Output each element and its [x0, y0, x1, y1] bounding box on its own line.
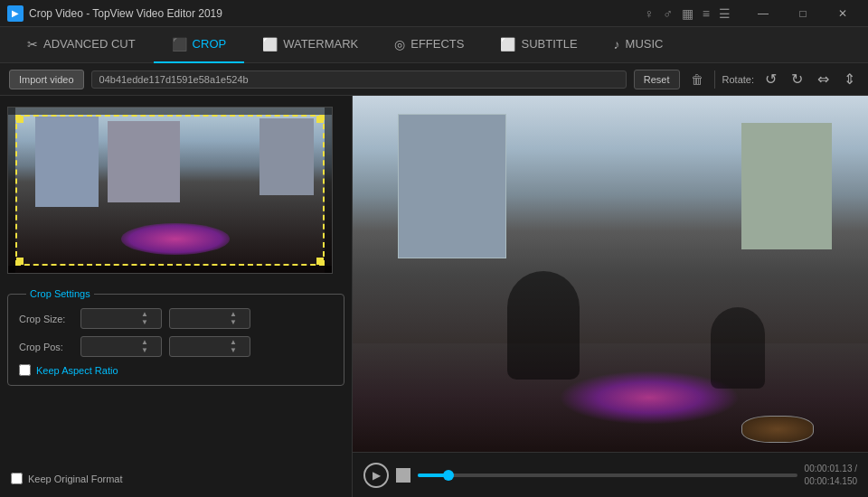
crop-pos-x-down[interactable]: ▼	[141, 347, 148, 354]
crop-outer-right	[325, 108, 332, 273]
building-right	[741, 123, 832, 249]
keep-aspect-ratio-text: Keep Aspect Ratio	[36, 365, 118, 376]
titlebar: ▶ Crop Video - TopView Video Editor 2019…	[0, 0, 868, 27]
progress-thumb[interactable]	[443, 470, 454, 481]
main-area: Crop Settings Crop Size: 1920 ▲ ▼ 1080 ▲…	[0, 96, 868, 497]
toolbar-divider	[714, 70, 715, 89]
rotate-label: Rotate:	[722, 74, 754, 85]
crop-size-w-input-wrap: 1920 ▲ ▼	[80, 308, 162, 329]
crop-outer-top	[8, 108, 332, 115]
person-silhouette	[507, 271, 580, 380]
keep-aspect-ratio-label[interactable]: Keep Aspect Ratio	[19, 364, 333, 376]
total-time: 00:00:14.150	[805, 475, 857, 488]
crop-pos-row: Crop Pos: 0 ▲ ▼ 0 ▲ ▼	[19, 336, 333, 357]
crop-pos-label: Crop Pos:	[19, 342, 73, 352]
play-button[interactable]: ▶	[363, 463, 389, 488]
watermark-icon: ⬜	[262, 37, 278, 52]
stop-button[interactable]	[396, 468, 410, 483]
icon-menu1[interactable]: ≡	[703, 6, 710, 21]
crop-pos-x-input[interactable]: 0	[87, 342, 141, 352]
crop-size-h-down[interactable]: ▼	[230, 319, 237, 326]
crop-pos-x-spinner[interactable]: ▲ ▼	[141, 339, 148, 354]
delete-icon[interactable]: 🗑	[687, 69, 707, 90]
keep-original-format-checkbox[interactable]	[11, 473, 23, 484]
crop-pos-y-up[interactable]: ▲	[230, 339, 237, 346]
crop-pos-y-input[interactable]: 0	[175, 342, 230, 352]
nav-tabs: ✂ ADVANCED CUT ⬛ CROP ⬜ WATERMARK ◎ EFFE…	[0, 27, 868, 63]
tab-advanced-cut[interactable]: ✂ ADVANCED CUT	[9, 27, 154, 63]
crop-size-w-input[interactable]: 1920	[87, 314, 141, 324]
progress-bar[interactable]	[418, 474, 797, 477]
crop-size-h-input-wrap: 1080 ▲ ▼	[169, 308, 250, 329]
crop-preview[interactable]	[7, 107, 333, 274]
crop-size-w-up[interactable]: ▲	[141, 311, 148, 318]
reset-button[interactable]: Reset	[634, 70, 680, 89]
icon-menu2[interactable]: ☰	[719, 6, 731, 21]
tab-crop-label: CROP	[193, 37, 227, 51]
toolbar: Import video 04b41edde117d1591e58a1e524b…	[0, 63, 868, 96]
advanced-cut-icon: ✂	[27, 37, 38, 52]
icon-female[interactable]: ♀	[645, 6, 655, 21]
crop-size-w-spinner[interactable]: ▲ ▼	[141, 311, 148, 326]
left-panel: Crop Settings Crop Size: 1920 ▲ ▼ 1080 ▲…	[0, 96, 353, 497]
video-controls: ▶ 00:00:01.13 / 00:00:14.150	[353, 452, 868, 497]
tab-music-label: MUSIC	[626, 37, 664, 51]
tab-watermark[interactable]: ⬜ WATERMARK	[244, 27, 376, 63]
crop-pos-y-input-wrap: 0 ▲ ▼	[169, 336, 250, 357]
crop-outer-left	[8, 108, 15, 273]
crop-pos-x-input-wrap: 0 ▲ ▼	[80, 336, 162, 357]
icon-grid[interactable]: ▦	[682, 6, 693, 21]
video-area[interactable]	[353, 96, 868, 452]
time-display: 00:00:01.13 / 00:00:14.150	[805, 463, 857, 488]
window-title: Crop Video - TopView Video Editor 2019	[29, 7, 645, 20]
crop-size-h-up[interactable]: ▲	[230, 311, 237, 318]
crop-size-w-down[interactable]: ▼	[141, 319, 148, 326]
rotate-ccw-button[interactable]: ↺	[761, 69, 780, 89]
crop-size-h-spinner[interactable]: ▲ ▼	[230, 311, 237, 326]
import-video-button[interactable]: Import video	[9, 70, 84, 89]
crop-size-h-input[interactable]: 1080	[175, 314, 230, 324]
keep-original-format-label: Keep Original Format	[28, 474, 123, 484]
building-left	[398, 114, 506, 258]
video-scene-bg	[353, 96, 868, 452]
window-controls: — □ ✕	[745, 5, 861, 23]
minimize-button[interactable]: —	[745, 5, 781, 23]
flip-h-button[interactable]: ⇔	[814, 69, 833, 89]
effects-icon: ◎	[394, 37, 405, 52]
crop-size-row: Crop Size: 1920 ▲ ▼ 1080 ▲ ▼	[19, 308, 333, 329]
crop-pos-x-up[interactable]: ▲	[141, 339, 148, 346]
tab-effects-label: EFFECTS	[410, 37, 464, 51]
tab-music[interactable]: ♪ MUSIC	[596, 27, 682, 63]
rotate-cw-button[interactable]: ↻	[788, 69, 807, 89]
tab-effects[interactable]: ◎ EFFECTS	[376, 27, 482, 63]
app-icon: ▶	[7, 5, 24, 22]
crop-outer-bottom	[8, 266, 332, 273]
file-hash: 04b41edde117d1591e58a1e524b	[91, 70, 627, 89]
icon-male[interactable]: ♂	[663, 6, 673, 21]
music-icon: ♪	[614, 37, 620, 52]
tab-subtitle[interactable]: ⬜ SUBTITLE	[482, 27, 595, 63]
person-silhouette-2	[711, 307, 765, 389]
subtitle-icon: ⬜	[500, 37, 515, 52]
play-icon: ▶	[373, 469, 381, 482]
tab-subtitle-label: SUBTITLE	[521, 37, 577, 51]
crop-pos-y-spinner[interactable]: ▲ ▼	[230, 339, 237, 354]
crop-pos-y-down[interactable]: ▼	[230, 347, 237, 354]
header-icon-group: ♀ ♂ ▦ ≡ ☰	[645, 6, 731, 21]
crop-size-label: Crop Size:	[19, 314, 73, 324]
tab-crop[interactable]: ⬛ CROP	[154, 27, 245, 63]
close-button[interactable]: ✕	[825, 5, 861, 23]
crop-settings-panel: Crop Settings Crop Size: 1920 ▲ ▼ 1080 ▲…	[7, 288, 344, 386]
crop-icon: ⬛	[172, 37, 187, 52]
bottom-option: Keep Original Format	[7, 467, 344, 490]
crop-settings-legend: Crop Settings	[26, 288, 94, 299]
tab-watermark-label: WATERMARK	[283, 37, 358, 51]
right-panel: ▶ 00:00:01.13 / 00:00:14.150	[353, 96, 868, 497]
paint-container	[741, 416, 814, 443]
current-time: 00:00:01.13 /	[805, 463, 857, 475]
tab-advanced-cut-label: ADVANCED CUT	[43, 37, 136, 51]
maximize-button[interactable]: □	[785, 5, 821, 23]
flip-v-button[interactable]: ⇕	[840, 69, 859, 89]
keep-aspect-ratio-checkbox[interactable]	[19, 364, 31, 376]
preview-scene-bg	[8, 108, 332, 273]
